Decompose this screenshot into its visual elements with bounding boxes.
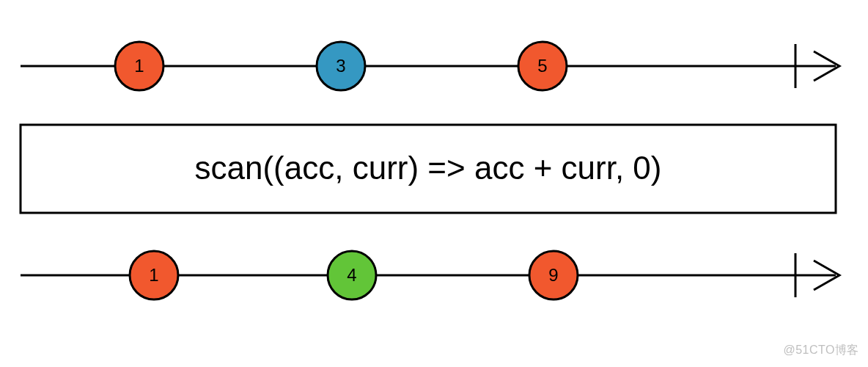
input-marble: 1 [115, 42, 163, 90]
output-marble: 1 [130, 251, 178, 299]
input-timeline: 1 3 5 [21, 42, 839, 90]
output-marble: 4 [328, 251, 376, 299]
operator-box: scan((acc, curr) => acc + curr, 0) [21, 125, 836, 213]
output-marble-value: 9 [548, 265, 558, 285]
output-marble-value: 1 [149, 265, 158, 285]
output-timeline: 1 4 9 [21, 251, 839, 299]
watermark: @51CTO博客 [783, 343, 859, 358]
input-marble: 5 [518, 42, 567, 90]
input-marble-value: 1 [134, 56, 144, 76]
output-marble: 9 [529, 251, 578, 299]
input-marble-value: 3 [336, 56, 345, 76]
input-marble: 3 [317, 42, 365, 90]
output-marble-value: 4 [347, 265, 356, 285]
operator-label: scan((acc, curr) => acc + curr, 0) [195, 150, 662, 186]
input-marble-value: 5 [537, 56, 547, 76]
marble-diagram: 1 3 5 scan((acc, curr) => acc + curr, 0)… [0, 0, 868, 367]
